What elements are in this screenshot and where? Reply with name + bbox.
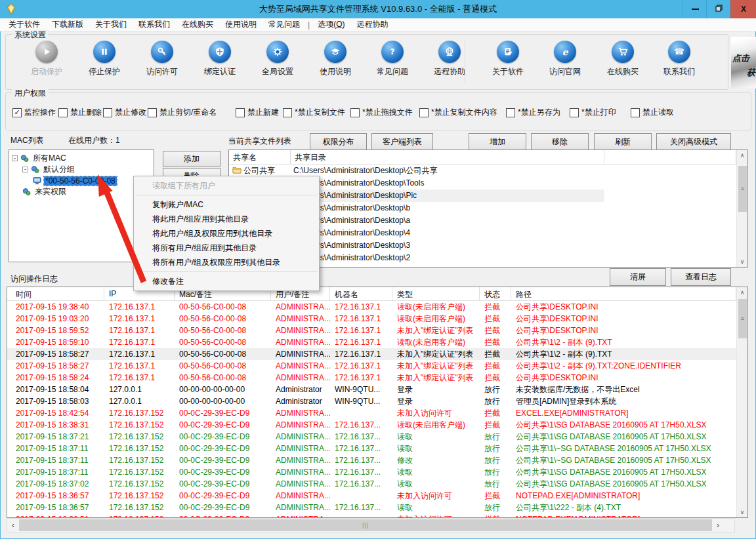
permission-checkbox-10[interactable]: 禁止读取 xyxy=(631,107,674,118)
log-row-15[interactable]: 2017-09-15 18:37:02172.16.137.15200-0C-2… xyxy=(7,478,736,490)
menu-item-8[interactable]: 选项(O) xyxy=(312,19,350,30)
log-row-1[interactable]: 2017-09-15 19:03:20172.16.137.100-50-56-… xyxy=(7,313,736,325)
scroll-left-button[interactable]: ‹ xyxy=(7,519,19,532)
context-menu-item-6[interactable]: 修改备注 xyxy=(134,274,319,289)
remove-share-button[interactable]: 移除 xyxy=(531,133,589,151)
context-menu-item-2[interactable]: 将此用户/组应用到其他目录 xyxy=(134,212,319,226)
ie-toolbar-button[interactable]: e访问官网 xyxy=(537,41,593,77)
tree-expander-icon[interactable]: - xyxy=(22,167,28,172)
menu-item-6[interactable]: 常见问题 xyxy=(262,19,306,30)
log-row-4[interactable]: 2017-09-15 18:58:27172.16.137.100-50-56-… xyxy=(7,348,736,360)
add-share-button[interactable]: 增加 xyxy=(469,133,526,151)
log-vertical-scrollbar[interactable]: ∧ ≡ ∨ xyxy=(736,287,747,517)
menu-item-3[interactable]: 联系我们 xyxy=(133,19,176,30)
question-toolbar-button[interactable]: ?常见问题 xyxy=(364,41,421,77)
log-row-13[interactable]: 2017-09-15 18:37:11172.16.137.15200-0C-2… xyxy=(7,454,736,466)
log-row-10[interactable]: 2017-09-15 18:38:31172.16.137.15200-0C-2… xyxy=(7,419,736,431)
menu-item-1[interactable]: 下载新版 xyxy=(46,19,89,30)
log-row-11[interactable]: 2017-09-15 18:37:21172.16.137.15200-0C-2… xyxy=(7,431,736,443)
permission-checkbox-5[interactable]: *禁止复制文件 xyxy=(283,107,345,118)
permission-distribution-button[interactable]: 权限分布 xyxy=(310,133,367,151)
shield-toolbar-button[interactable]: 绑定认证 xyxy=(192,41,248,77)
restore-button[interactable] xyxy=(706,0,730,18)
permission-checkbox-7[interactable]: *禁止复制文件内容 xyxy=(419,107,497,118)
log-row-3[interactable]: 2017-09-15 18:59:10172.16.137.100-50-56-… xyxy=(7,336,736,348)
permission-checkbox-9[interactable]: *禁止打印 xyxy=(570,107,616,118)
log-col-4[interactable]: 机器名 xyxy=(330,287,392,300)
toolbar-button-label: 联系我们 xyxy=(651,66,707,77)
add-mac-button[interactable]: 添加 xyxy=(163,151,220,167)
log-row-2[interactable]: 2017-09-15 18:59:52172.16.137.100-50-56-… xyxy=(7,325,736,336)
tree-item-2[interactable]: *00-50-56-C0-00-08 xyxy=(9,175,154,186)
log-horizontal-scrollbar[interactable]: ‹ ||| › xyxy=(7,518,735,532)
scroll-down-button[interactable]: ∨ xyxy=(737,256,747,267)
log-cell-mac: 00-0C-29-39-EC-D9 xyxy=(175,502,271,513)
permission-checkbox-8[interactable]: *禁止另存为 xyxy=(506,107,560,118)
phone-toolbar-button[interactable]: ☎联系我们 xyxy=(651,41,707,77)
log-row-17[interactable]: 2017-09-15 18:36:57172.16.137.15200-0C-2… xyxy=(7,502,736,513)
log-row-14[interactable]: 2017-09-15 18:37:11172.16.137.15200-0C-2… xyxy=(7,466,736,478)
key-toolbar-button[interactable]: 访问许可 xyxy=(134,41,190,77)
scroll-thumb[interactable]: ≡ xyxy=(738,299,747,338)
share-col-dir[interactable]: 共享目录 xyxy=(291,150,604,164)
scroll-up-button[interactable]: ∧ xyxy=(737,287,747,298)
share-vertical-scrollbar[interactable]: ∧ ≡ ∨ xyxy=(736,150,747,267)
menu-item-5[interactable]: 使用说明 xyxy=(219,19,262,30)
client-list-button[interactable]: 客户端列表 xyxy=(371,133,433,151)
context-menu-item-3[interactable]: 将此用户/组及权限应用到其他目录 xyxy=(134,226,319,241)
menu-item-9[interactable]: 远程协助 xyxy=(350,19,394,30)
log-row-16[interactable]: 2017-09-15 18:36:57172.16.137.15200-0C-2… xyxy=(7,490,736,502)
edit-doc-toolbar-button[interactable]: 关于软件 xyxy=(480,41,536,77)
tree-item-3[interactable]: 来宾权限 xyxy=(9,186,154,197)
log-cell-path: 公司共享\1\222 - 副本 (4).TXT xyxy=(511,502,736,513)
context-menu-item-5[interactable]: 将所有用户/组及权限应用到其他目录 xyxy=(134,255,319,270)
scroll-right-button[interactable]: › xyxy=(712,519,724,532)
menu-item-4[interactable]: 在线购买 xyxy=(176,19,219,30)
permission-checkbox-3[interactable]: 禁止剪切/重命名 xyxy=(148,107,217,118)
log-row-9[interactable]: 2017-09-15 18:42:54172.16.137.15200-0C-2… xyxy=(7,407,736,419)
pause-toolbar-button[interactable]: 停止保护 xyxy=(76,41,133,77)
clear-screen-button[interactable]: 清屏 xyxy=(610,268,666,286)
log-row-5[interactable]: 2017-09-15 18:58:27172.16.137.100-50-56-… xyxy=(7,360,736,372)
tree-expander-icon[interactable]: - xyxy=(12,155,18,161)
scroll-down-button[interactable]: ∨ xyxy=(737,507,747,517)
permission-checkbox-6[interactable]: *禁止拖拽文件 xyxy=(350,107,413,118)
log-row-18[interactable]: 2017-09-15 18:36:51172.16.137.15200-0C-2… xyxy=(7,513,736,517)
tree-item-0[interactable]: -所有MAC xyxy=(9,153,154,164)
permission-checkbox-0[interactable]: ✓监控操作 xyxy=(12,107,56,118)
permission-checkbox-1[interactable]: 禁止删除 xyxy=(58,107,102,118)
log-cell-user: ADMINISTRA... xyxy=(271,466,330,478)
log-col-6[interactable]: 状态 xyxy=(480,287,511,300)
minimize-button[interactable] xyxy=(682,0,707,18)
grad-cap-toolbar-button[interactable]: 使用说明 xyxy=(307,41,364,77)
gear-toolbar-button[interactable]: 全局设置 xyxy=(249,41,306,77)
view-log-button[interactable]: 查看日志 xyxy=(671,268,731,286)
menu-item-0[interactable]: 关于软件 xyxy=(3,19,46,30)
share-col-name[interactable]: 共享名 xyxy=(229,150,291,164)
log-row-7[interactable]: 2017-09-15 18:58:04127.0.0.100-00-00-00-… xyxy=(7,384,736,395)
log-col-5[interactable]: 类型 xyxy=(392,287,480,300)
permission-checkbox-4[interactable]: 禁止新建 xyxy=(236,107,279,118)
log-col-0[interactable]: 时间 xyxy=(7,287,104,300)
log-row-8[interactable]: 2017-09-15 18:58:03127.0.0.100-00-00-00-… xyxy=(7,395,736,407)
context-menu-item-4[interactable]: 将所有用户/组应用到其他目录 xyxy=(134,241,319,255)
globe-toolbar-button[interactable]: 远程协助 xyxy=(421,41,478,77)
scroll-thumb[interactable]: ||| xyxy=(19,519,712,531)
context-menu-item-1[interactable]: 复制账户/MAC xyxy=(134,197,319,212)
close-advanced-mode-button[interactable]: 关闭高级模式 xyxy=(656,133,731,151)
permission-checkbox-2[interactable]: 禁止修改 xyxy=(103,107,146,118)
tree-item-1[interactable]: -默认分组 xyxy=(9,164,154,175)
title-bar[interactable]: 大势至局域网共享文件管理系统 V10.9.63.0 - 全能版 - 普通模式 X xyxy=(0,0,756,18)
refresh-button[interactable]: 刷新 xyxy=(594,133,652,151)
scroll-up-button[interactable]: ∧ xyxy=(737,150,747,161)
play-toolbar-button[interactable]: 启动保护 xyxy=(18,41,75,77)
cart-toolbar-button[interactable]: 在线购买 xyxy=(595,41,651,77)
log-col-7[interactable]: 路径 xyxy=(511,287,736,300)
promo-image[interactable]: 点击 获 xyxy=(731,37,756,89)
close-button[interactable]: X xyxy=(730,0,756,18)
scroll-thumb[interactable]: ≡ xyxy=(738,166,747,212)
log-row-12[interactable]: 2017-09-15 18:37:11172.16.137.15200-0C-2… xyxy=(7,443,736,454)
log-row-6[interactable]: 2017-09-15 18:58:24172.16.137.100-50-56-… xyxy=(7,372,736,384)
log-row-0[interactable]: 2017-09-15 19:38:40172.16.137.100-50-56-… xyxy=(7,301,736,313)
menu-item-2[interactable]: 关于我们 xyxy=(89,19,133,30)
